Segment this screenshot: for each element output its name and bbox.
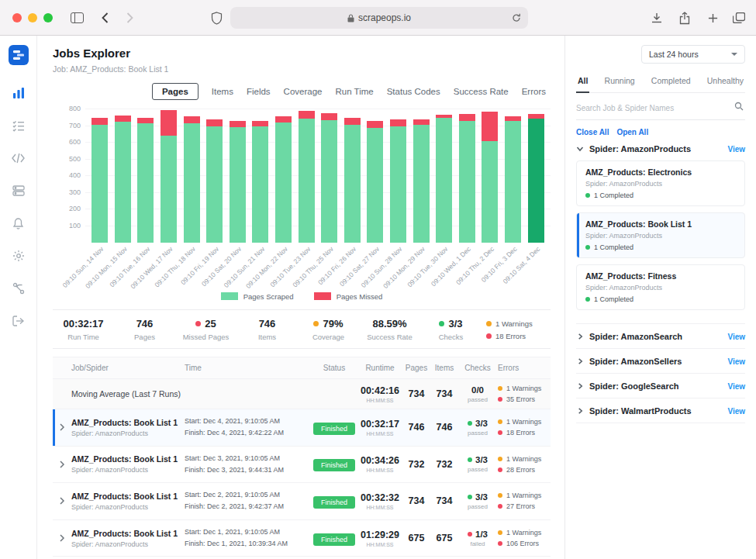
runtime-cell: 00:42:16HH:MM:SS bbox=[358, 385, 402, 403]
bar[interactable] bbox=[184, 116, 200, 243]
view-link[interactable]: View bbox=[727, 145, 745, 154]
spider-group-header[interactable]: Spider: AmazonSellersView bbox=[576, 357, 745, 366]
scrapeops-logo[interactable] bbox=[9, 45, 29, 65]
job-card[interactable]: AMZ_Products: Book List 1Spider: AmazonP… bbox=[576, 212, 745, 258]
close-window-button[interactable] bbox=[12, 13, 22, 22]
address-bar[interactable]: scrapeops.io bbox=[230, 7, 528, 29]
row-expander-icon[interactable] bbox=[53, 423, 71, 431]
time-range-select[interactable]: Last 24 hours bbox=[641, 45, 745, 64]
status-tab-unhealthy[interactable]: Unhealthy bbox=[707, 76, 744, 85]
chevron-right-icon[interactable] bbox=[576, 357, 584, 365]
pages-cell: 675 bbox=[402, 533, 431, 543]
minimize-window-button[interactable] bbox=[28, 13, 37, 22]
forward-icon[interactable] bbox=[119, 0, 140, 36]
settings-gear-icon[interactable] bbox=[8, 245, 29, 267]
bar[interactable] bbox=[413, 119, 430, 243]
tab-pages[interactable]: Pages bbox=[152, 83, 198, 100]
table-row[interactable]: AMZ_Products: Book List 1Spider: AmazonP… bbox=[53, 447, 551, 484]
bar-segment-scraped bbox=[91, 125, 108, 243]
tab-status-codes[interactable]: Status Codes bbox=[387, 87, 440, 96]
maximize-window-button[interactable] bbox=[43, 13, 53, 22]
bar[interactable] bbox=[252, 121, 268, 243]
bar[interactable] bbox=[367, 121, 383, 243]
table-row[interactable]: AMZ_Products: Book List 1Spider: AmazonP… bbox=[53, 520, 551, 557]
status-tab-running[interactable]: Running bbox=[605, 76, 635, 85]
bar[interactable] bbox=[482, 112, 498, 243]
stat-alerts: 1 Warnings18 Errors bbox=[482, 318, 551, 341]
open-all-link[interactable]: Open All bbox=[616, 128, 648, 136]
stat-label: Checks bbox=[420, 333, 482, 341]
view-link[interactable]: View bbox=[727, 357, 745, 366]
tab-coverage[interactable]: Coverage bbox=[284, 87, 323, 96]
stat-checks: 3/3Checks bbox=[420, 318, 482, 341]
bar[interactable] bbox=[206, 119, 223, 243]
bar[interactable] bbox=[390, 119, 406, 243]
privacy-shield-icon[interactable] bbox=[206, 0, 226, 36]
chevron-down-icon[interactable] bbox=[576, 145, 584, 153]
view-link[interactable]: View bbox=[727, 382, 745, 391]
bar[interactable] bbox=[505, 116, 521, 243]
chevron-right-icon[interactable] bbox=[576, 407, 584, 415]
stat-value: 79% bbox=[298, 318, 359, 330]
code-icon[interactable] bbox=[8, 147, 29, 169]
job-checks-icon[interactable] bbox=[8, 115, 29, 136]
close-all-link[interactable]: Close All bbox=[576, 128, 609, 136]
spider-group-header[interactable]: Spider: AmazonProductsView bbox=[576, 144, 745, 154]
spider-group-header[interactable]: Spider: WalmartProductsView bbox=[576, 406, 745, 416]
chevron-right-icon[interactable] bbox=[576, 382, 584, 390]
servers-icon[interactable] bbox=[8, 180, 29, 202]
bar[interactable] bbox=[299, 111, 315, 243]
x-labels: 09:10 Sun, 14 Nov09:10 Mon, 15 Nov09:10 … bbox=[85, 243, 551, 288]
bar[interactable] bbox=[344, 118, 361, 243]
bar[interactable] bbox=[161, 110, 177, 243]
downloads-icon[interactable] bbox=[647, 0, 667, 36]
bar[interactable] bbox=[321, 113, 337, 243]
spider-group: Spider: AmazonSellersView bbox=[576, 349, 745, 374]
view-link[interactable]: View bbox=[727, 407, 745, 416]
tab-run-time[interactable]: Run Time bbox=[335, 87, 373, 96]
chevron-right-icon[interactable] bbox=[576, 333, 584, 340]
reload-icon[interactable] bbox=[512, 13, 521, 25]
table-row[interactable]: AMZ_Products: Book List 1Spider: AmazonP… bbox=[53, 409, 551, 447]
stat-value-text: 3/3 bbox=[448, 318, 462, 330]
bar[interactable] bbox=[436, 115, 452, 243]
status-tab-all[interactable]: All bbox=[578, 76, 588, 85]
logout-icon[interactable] bbox=[8, 310, 29, 332]
search-icon[interactable] bbox=[734, 100, 744, 114]
alerts-bell-icon[interactable] bbox=[8, 212, 29, 234]
tab-items[interactable]: Items bbox=[212, 87, 233, 96]
stat-value-text: 746 bbox=[136, 318, 154, 330]
integrations-icon[interactable] bbox=[8, 278, 29, 299]
new-tab-icon[interactable] bbox=[702, 0, 723, 36]
row-expander-icon[interactable] bbox=[53, 461, 71, 468]
job-card[interactable]: AMZ_Products: FitnessSpider: AmazonProdu… bbox=[576, 264, 745, 310]
table-row[interactable]: AMZ_Products: Book List 1Spider: AmazonP… bbox=[53, 483, 551, 520]
bar[interactable] bbox=[230, 121, 246, 243]
tab-fields[interactable]: Fields bbox=[247, 87, 271, 96]
start-time: Start: Dec 4, 2021, 9:10:05 AM bbox=[185, 416, 310, 427]
sidebar-toggle-icon[interactable] bbox=[67, 0, 87, 36]
back-icon[interactable] bbox=[95, 0, 115, 36]
spider-group-header[interactable]: Spider: AmazonSearchView bbox=[576, 332, 745, 341]
search-input[interactable] bbox=[576, 104, 745, 112]
tab-success-rate[interactable]: Success Rate bbox=[454, 87, 509, 96]
status-tab-completed[interactable]: Completed bbox=[651, 76, 691, 85]
bar[interactable] bbox=[137, 118, 154, 243]
spider-group-header[interactable]: Spider: GoogleSearchView bbox=[576, 381, 745, 391]
job-card[interactable]: AMZ_Products: ElectronicsSpider: AmazonP… bbox=[576, 160, 745, 206]
tab-errors[interactable]: Errors bbox=[522, 87, 546, 96]
bar[interactable] bbox=[91, 118, 108, 243]
bar[interactable] bbox=[275, 116, 292, 243]
tab-overview-icon[interactable] bbox=[729, 0, 749, 36]
bar[interactable] bbox=[528, 114, 544, 243]
view-link[interactable]: View bbox=[727, 333, 745, 341]
dashboard-charts-icon[interactable] bbox=[8, 82, 29, 104]
errors-line: 27 Errors bbox=[498, 502, 551, 510]
bar[interactable] bbox=[459, 114, 475, 243]
share-icon[interactable] bbox=[675, 0, 695, 36]
table-row[interactable]: Moving Average (Last 7 Runs)00:42:16HH:M… bbox=[53, 379, 551, 409]
bar-segment-scraped bbox=[115, 122, 131, 243]
row-expander-icon[interactable] bbox=[53, 534, 71, 542]
row-expander-icon[interactable] bbox=[53, 497, 71, 505]
bar[interactable] bbox=[115, 116, 131, 243]
